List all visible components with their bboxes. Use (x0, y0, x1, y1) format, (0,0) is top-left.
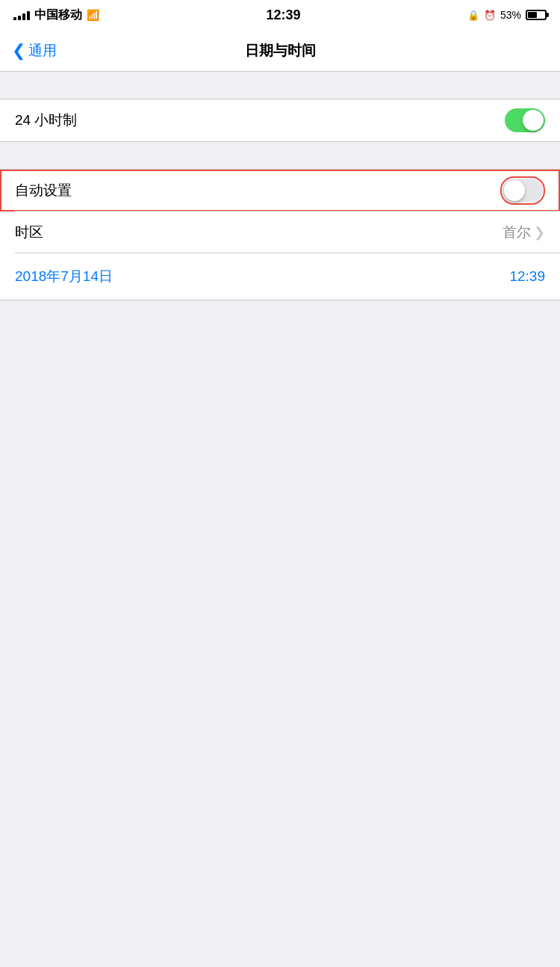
timezone-value: 首尔 (503, 223, 531, 242)
main-content (0, 300, 560, 749)
top-gap (0, 72, 560, 99)
middle-gap (0, 142, 560, 169)
auto-timezone-section: 自动设置 时区 首尔 ❯ 2018年7月14日 12:39 (0, 169, 560, 300)
status-right: 🔒 ⏰ 53% (467, 9, 547, 21)
status-bar: 中国移动 📶 12:39 🔒 ⏰ 53% (0, 0, 560, 30)
battery-percent: 53% (500, 9, 521, 21)
lock-icon: 🔒 (467, 10, 479, 21)
auto-set-toggle-knob (504, 180, 525, 201)
auto-set-row: 自动设置 (0, 170, 560, 211)
time-display: 12:39 (509, 268, 545, 285)
hour24-row: 24 小时制 (0, 99, 560, 141)
page-title: 日期与时间 (245, 41, 316, 61)
signal-bars-icon (13, 10, 30, 20)
timezone-value-container: 首尔 ❯ (503, 223, 545, 242)
back-label: 通用 (28, 41, 57, 61)
date-display: 2018年7月14日 (15, 267, 113, 286)
auto-set-label: 自动设置 (15, 181, 72, 200)
status-left: 中国移动 📶 (13, 7, 99, 23)
timezone-label: 时区 (15, 223, 43, 242)
back-chevron-icon: ❮ (12, 41, 25, 61)
wifi-icon: 📶 (87, 9, 99, 21)
auto-set-toggle-wrapper (500, 176, 545, 205)
status-time: 12:39 (266, 7, 300, 23)
hour24-toggle-knob (523, 110, 544, 131)
hour24-section: 24 小时制 (0, 99, 560, 142)
back-button[interactable]: ❮ 通用 (12, 41, 57, 61)
datetime-row[interactable]: 2018年7月14日 12:39 (0, 253, 560, 300)
battery-icon (526, 10, 547, 20)
carrier-label: 中国移动 (34, 7, 82, 23)
nav-bar: ❮ 通用 日期与时间 (0, 30, 560, 72)
chevron-right-icon: ❯ (534, 224, 545, 241)
alarm-icon: ⏰ (484, 10, 496, 21)
hour24-label: 24 小时制 (15, 111, 77, 130)
hour24-toggle[interactable] (505, 108, 545, 132)
auto-set-toggle[interactable] (503, 179, 543, 203)
timezone-row[interactable]: 时区 首尔 ❯ (0, 211, 560, 253)
